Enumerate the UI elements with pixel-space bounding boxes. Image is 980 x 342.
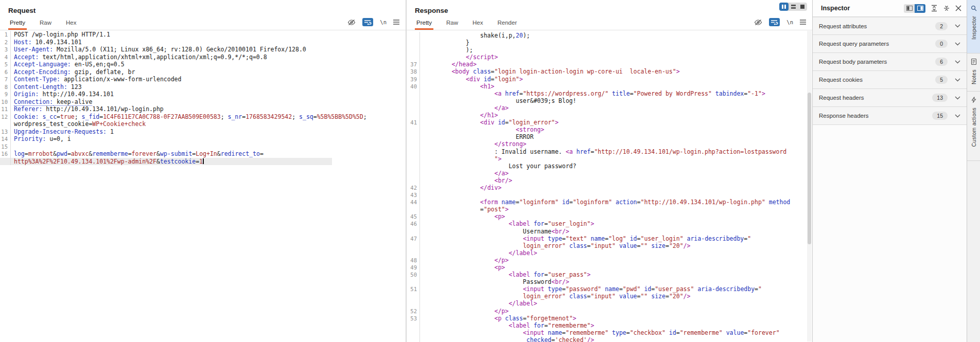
code-line[interactable]: 38 <body class="login login-action-login… bbox=[407, 68, 812, 75]
code-line[interactable]: checked='checked'/> bbox=[407, 336, 812, 342]
layout-single-button[interactable] bbox=[798, 3, 807, 11]
tab-render[interactable]: Render bbox=[496, 20, 519, 30]
code-line[interactable]: Lost your password? bbox=[407, 163, 812, 170]
request-editor[interactable]: 1POST /wp-login.php HTTP/1.12Host: 10.49… bbox=[0, 31, 406, 342]
layout-rows-button[interactable] bbox=[789, 3, 798, 11]
tab-pretty[interactable]: Pretty bbox=[8, 20, 27, 30]
code-line[interactable]: 9Origin: http://10.49.134.101 bbox=[0, 91, 406, 98]
code-line[interactable]: 12Cookie: s_cc=true; s_fid=1C4F611E7CA0C… bbox=[0, 113, 406, 121]
inspector-section-request-body-parameters[interactable]: Request body parameters6 bbox=[813, 53, 967, 71]
code-line[interactable]: 7Content-Type: application/x-www-form-ur… bbox=[0, 76, 406, 83]
chevron-down-icon[interactable] bbox=[955, 78, 960, 82]
code-line[interactable]: 41 <div id="login_error"> bbox=[407, 119, 812, 126]
code-line[interactable]: 2Host: 10.49.134.101 bbox=[0, 39, 406, 46]
inspector-section-request-headers[interactable]: Request headers13 bbox=[813, 89, 967, 107]
code-line[interactable]: 53 <p class="forgetmenot"> bbox=[407, 315, 812, 322]
code-line[interactable]: login_error" class="input" value="" size… bbox=[407, 242, 812, 249]
collapse-all-sections-icon[interactable] bbox=[943, 5, 950, 12]
code-line[interactable]: 43 bbox=[407, 191, 812, 199]
code-line[interactable]: } bbox=[407, 39, 812, 46]
close-inspector-icon[interactable] bbox=[955, 5, 961, 11]
inspector-section-request-attributes[interactable]: Request attributes2 bbox=[813, 17, 967, 35]
code-line[interactable]: 47 <input type="text" name="log" id="use… bbox=[407, 235, 812, 242]
chevron-down-icon[interactable] bbox=[955, 24, 960, 28]
dock-right-button[interactable] bbox=[915, 4, 925, 13]
code-line[interactable]: <input name="rememberme" type="checkbox"… bbox=[407, 329, 812, 336]
code-line[interactable]: 16log=mrrobot&pwd=abvxc&rememberme=forev… bbox=[0, 150, 406, 158]
code-line[interactable]: 46 <label for="user_login"> bbox=[407, 220, 812, 227]
code-line[interactable]: 51 <input type="password" name="pwd" id=… bbox=[407, 285, 812, 293]
tab-hex[interactable]: Hex bbox=[471, 20, 484, 30]
code-line[interactable]: wordpress_test_cookie=WP+Cookie+check bbox=[0, 120, 406, 128]
chevron-down-icon[interactable] bbox=[955, 42, 960, 46]
code-line[interactable]: </a> bbox=[407, 104, 812, 112]
response-editor[interactable]: shake(i,p,20); } ); </script>37 </head>3… bbox=[407, 31, 812, 342]
chevron-down-icon[interactable] bbox=[955, 96, 960, 100]
code-line[interactable]: 3User-Agent: Mozilla/5.0 (X11; Linux x86… bbox=[0, 46, 406, 53]
tab-pretty[interactable]: Pretty bbox=[415, 20, 433, 30]
hide-highlights-eye-off-icon[interactable] bbox=[754, 19, 762, 26]
code-line[interactable]: 4Accept: text/html,application/xhtml+xml… bbox=[0, 53, 406, 61]
show-newlines-toggle[interactable]: \n bbox=[380, 19, 387, 25]
inspector-section-request-query-parameters[interactable]: Request query parameters0 bbox=[813, 35, 967, 53]
code-line[interactable]: 8Content-Length: 123 bbox=[0, 83, 406, 91]
hide-highlights-eye-off-icon[interactable] bbox=[347, 19, 356, 26]
code-line[interactable]: 1POST /wp-login.php HTTP/1.1 bbox=[0, 31, 406, 39]
code-line[interactable]: : Invalid username. <a href="http://10.4… bbox=[407, 148, 812, 155]
chevron-down-icon[interactable] bbox=[955, 60, 960, 64]
code-line[interactable]: 48 </p> bbox=[407, 257, 812, 264]
code-line[interactable]: 37 </head> bbox=[407, 61, 812, 68]
code-line[interactable]: shake(i,p,20); bbox=[407, 32, 812, 39]
code-line[interactable]: 50 <label for="user_pass"> bbox=[407, 271, 812, 278]
code-line[interactable]: user&#039;s Blog! bbox=[407, 97, 812, 104]
code-line[interactable]: 40 <h1> bbox=[407, 83, 812, 90]
code-line[interactable]: Username<br/> bbox=[407, 228, 812, 235]
scrollbar-thumb[interactable] bbox=[808, 93, 811, 244]
code-line[interactable]: </a> bbox=[407, 170, 812, 177]
code-line[interactable]: </h1> bbox=[407, 112, 812, 119]
code-line[interactable]: 11Referer: http://10.49.134.101/wp-login… bbox=[0, 105, 406, 113]
sidebar-tab-custom-actions[interactable]: Custom actions bbox=[967, 92, 980, 161]
code-line[interactable]: 44 <form name="loginform" id="loginform"… bbox=[407, 199, 812, 206]
code-line[interactable]: 6Accept-Encoding: gzip, deflate, br bbox=[0, 68, 406, 76]
tab-hex[interactable]: Hex bbox=[64, 20, 78, 30]
code-line[interactable]: 42 </div> bbox=[407, 184, 812, 191]
sidebar-tab-notes[interactable]: Notes bbox=[967, 53, 980, 92]
tab-raw[interactable]: Raw bbox=[445, 20, 460, 30]
code-line[interactable]: 14Priority: u=0, i bbox=[0, 135, 406, 143]
sidebar-tab-inspector[interactable]: Inspector bbox=[967, 0, 980, 53]
code-line[interactable]: 10Connection: keep-alive bbox=[0, 98, 406, 106]
code-line[interactable]: </label> bbox=[407, 249, 812, 257]
code-line[interactable]: <label for="rememberme"> bbox=[407, 322, 812, 329]
code-line[interactable]: Password<br/> bbox=[407, 278, 812, 285]
dock-left-button[interactable] bbox=[904, 4, 915, 13]
code-line[interactable]: </label> bbox=[407, 300, 812, 307]
code-line[interactable]: ERROR bbox=[407, 133, 812, 140]
code-line[interactable]: 39 <div id="login"> bbox=[407, 76, 812, 83]
code-line[interactable]: 5Accept-Language: en-US,en;q=0.5 bbox=[0, 61, 406, 68]
inspector-section-request-cookies[interactable]: Request cookies5 bbox=[813, 71, 967, 89]
editor-menu-icon[interactable] bbox=[393, 20, 399, 25]
word-wrap-toggle-button[interactable] bbox=[769, 18, 780, 26]
code-line[interactable]: 45 <p> bbox=[407, 213, 812, 220]
code-line[interactable]: 15 bbox=[0, 143, 406, 151]
inspector-section-response-headers[interactable]: Response headers15 bbox=[813, 107, 967, 125]
show-newlines-toggle[interactable]: \n bbox=[786, 19, 793, 25]
code-line[interactable]: 13Upgrade-Insecure-Requests: 1 bbox=[0, 128, 406, 136]
expand-all-sections-icon[interactable] bbox=[931, 5, 938, 12]
response-scrollbar[interactable] bbox=[807, 31, 812, 341]
word-wrap-toggle-button[interactable] bbox=[362, 18, 373, 26]
code-line[interactable]: <strong> bbox=[407, 126, 812, 133]
code-line[interactable]: <br/> bbox=[407, 177, 812, 184]
code-line[interactable]: ); bbox=[407, 46, 812, 53]
code-line[interactable]: "> bbox=[407, 155, 812, 163]
code-line[interactable]: 52 </p> bbox=[407, 308, 812, 315]
tab-raw[interactable]: Raw bbox=[38, 20, 53, 30]
code-line[interactable]: 49 <p> bbox=[407, 264, 812, 271]
code-line[interactable]: </strong> bbox=[407, 140, 812, 148]
layout-columns-button[interactable] bbox=[779, 3, 789, 11]
code-line[interactable]: <a href="https://wordpress.org/" title="… bbox=[407, 90, 812, 97]
code-line[interactable]: ="post"> bbox=[407, 206, 812, 213]
chevron-down-icon[interactable] bbox=[955, 114, 960, 118]
code-line[interactable]: login_error" class="input" value="" size… bbox=[407, 293, 812, 300]
